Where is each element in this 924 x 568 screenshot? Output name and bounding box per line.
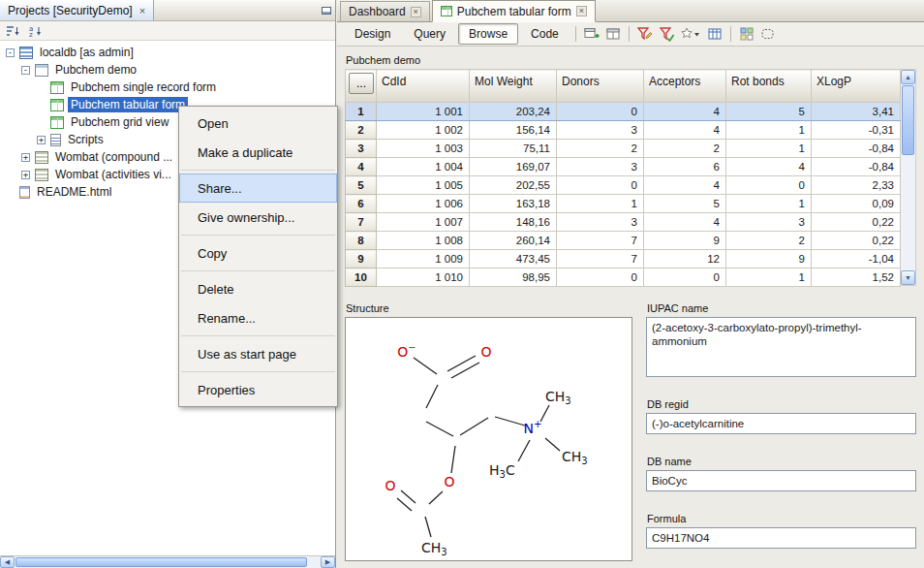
cell-rot-bonds-row-5[interactable]: 0 bbox=[726, 176, 812, 195]
scroll-left-button[interactable]: ◀ bbox=[0, 556, 15, 568]
menu-item-give-ownership[interactable]: Give ownership... bbox=[179, 203, 337, 232]
cell-mol-weight-row-10[interactable]: 98,95 bbox=[470, 268, 557, 287]
cell-acceptors-row-4[interactable]: 6 bbox=[644, 158, 726, 176]
menu-item-make-a-duplicate[interactable]: Make a duplicate bbox=[179, 138, 337, 167]
scroll-up-button[interactable]: ▲ bbox=[901, 70, 915, 84]
cell-mol-weight-row-9[interactable]: 473,45 bbox=[470, 250, 557, 268]
table-row-1[interactable]: 11 001203,240453,41 bbox=[346, 103, 901, 121]
lasso-select-icon[interactable] bbox=[757, 24, 779, 44]
cell-acceptors-row-2[interactable]: 4 bbox=[644, 121, 726, 140]
cell-xlogp-row-2[interactable]: -0,31 bbox=[812, 121, 901, 140]
tree-item-pubchem-single-record-form[interactable]: Pubchem single record form bbox=[0, 79, 335, 96]
cell-xlogp-row-5[interactable]: 2,33 bbox=[812, 176, 901, 195]
cell-cdid-row-10[interactable]: 1 010 bbox=[377, 268, 470, 287]
cell-cdid-row-5[interactable]: 1 005 bbox=[377, 176, 470, 195]
table-row-8[interactable]: 81 008260,147920,22 bbox=[346, 232, 901, 250]
column-options-button[interactable]: ... bbox=[349, 73, 374, 94]
menu-item-share[interactable]: Share... bbox=[179, 174, 337, 203]
table-row-6[interactable]: 61 006163,181510,09 bbox=[346, 195, 901, 213]
field-input-iupac-name[interactable]: (2-acetoxy-3-carboxylato-propyl)-trimeth… bbox=[646, 317, 916, 377]
tree-expander-icon[interactable]: + bbox=[37, 136, 46, 144]
column-header-rot-bonds[interactable]: Rot bonds bbox=[726, 70, 812, 103]
cell-rot-bonds-row-4[interactable]: 4 bbox=[726, 158, 812, 176]
cell-acceptors-row-10[interactable]: 0 bbox=[644, 268, 726, 287]
tab-pubchem-tabular-form[interactable]: Pubchem tabular form× bbox=[432, 0, 596, 22]
add-form-widget-icon[interactable] bbox=[581, 24, 602, 44]
cell-mol-weight-row-7[interactable]: 148,16 bbox=[470, 213, 557, 232]
menu-item-rename[interactable]: Rename... bbox=[179, 303, 337, 332]
code-button[interactable]: Code bbox=[520, 23, 570, 45]
tree-expander-icon[interactable]: + bbox=[21, 153, 30, 162]
cell-rot-bonds-row-2[interactable]: 1 bbox=[726, 121, 812, 140]
column-header-cdid[interactable]: CdId bbox=[377, 70, 470, 103]
cell-donors-row-3[interactable]: 2 bbox=[557, 140, 644, 158]
cell-xlogp-row-1[interactable]: 3,41 bbox=[812, 103, 901, 121]
projects-panel-tab[interactable]: Projects [SecurityDemo] × bbox=[0, 0, 154, 20]
cell-cdid-row-4[interactable]: 1 004 bbox=[377, 158, 470, 176]
cell-mol-weight-row-5[interactable]: 202,55 bbox=[470, 176, 557, 195]
sort-ascending-icon[interactable] bbox=[4, 23, 23, 39]
edit-query-icon[interactable] bbox=[634, 24, 656, 44]
cell-cdid-row-3[interactable]: 1 003 bbox=[377, 140, 470, 158]
cell-xlogp-row-4[interactable]: -0,84 bbox=[812, 158, 901, 176]
cell-acceptors-row-5[interactable]: 4 bbox=[644, 176, 726, 195]
cell-cdid-row-9[interactable]: 1 009 bbox=[377, 250, 470, 268]
cell-xlogp-row-7[interactable]: 0,22 bbox=[812, 213, 901, 232]
cell-mol-weight-row-6[interactable]: 163,18 bbox=[470, 195, 557, 213]
column-header-xlogp[interactable]: XLogP bbox=[812, 70, 901, 103]
browse-button[interactable]: Browse bbox=[458, 23, 518, 45]
field-input-formula[interactable]: C9H17NO4 bbox=[646, 527, 916, 549]
column-header-acceptors[interactable]: Acceptors bbox=[644, 70, 726, 103]
tree-expander-icon[interactable]: - bbox=[6, 48, 15, 57]
scrollbar-track[interactable] bbox=[901, 84, 915, 270]
minimize-panel-button[interactable] bbox=[318, 0, 335, 20]
cell-cdid-row-6[interactable]: 1 006 bbox=[377, 195, 470, 213]
cell-xlogp-row-3[interactable]: -0,84 bbox=[812, 140, 901, 158]
cell-mol-weight-row-1[interactable]: 203,24 bbox=[470, 103, 557, 121]
cell-rot-bonds-row-3[interactable]: 1 bbox=[726, 140, 812, 158]
field-input-db-regid[interactable]: (-)o-acetylcarnitine bbox=[646, 413, 916, 434]
table-row-7[interactable]: 71 007148,163430,22 bbox=[346, 213, 901, 232]
cell-rot-bonds-row-7[interactable]: 3 bbox=[726, 213, 812, 232]
cell-donors-row-10[interactable]: 0 bbox=[557, 268, 644, 287]
cell-donors-row-1[interactable]: 0 bbox=[557, 103, 644, 121]
cell-xlogp-row-6[interactable]: 0,09 bbox=[812, 195, 901, 213]
cell-donors-row-5[interactable]: 0 bbox=[557, 176, 644, 195]
tree-expander-icon[interactable]: + bbox=[21, 171, 30, 179]
sort-alphabetical-icon[interactable]: az bbox=[26, 23, 46, 39]
close-tab-icon[interactable]: × bbox=[411, 7, 421, 17]
cell-cdid-row-2[interactable]: 1 002 bbox=[377, 121, 470, 140]
field-input-db-name[interactable]: BioCyc bbox=[646, 470, 916, 491]
cell-acceptors-row-9[interactable]: 12 bbox=[644, 250, 726, 268]
cell-donors-row-2[interactable]: 3 bbox=[557, 121, 644, 140]
table-row-2[interactable]: 21 002156,14341-0,31 bbox=[346, 121, 901, 140]
grid-view-icon[interactable] bbox=[736, 24, 757, 44]
scrollbar-thumb[interactable] bbox=[15, 557, 307, 567]
scrollbar-thumb[interactable] bbox=[902, 85, 914, 155]
cell-acceptors-row-3[interactable]: 2 bbox=[644, 140, 726, 158]
close-tab-icon[interactable]: × bbox=[576, 6, 587, 16]
cell-mol-weight-row-8[interactable]: 260,14 bbox=[470, 232, 557, 250]
tab-dashboard[interactable]: Dashboard× bbox=[340, 1, 430, 21]
cell-cdid-row-1[interactable]: 1 001 bbox=[377, 103, 470, 121]
projects-horizontal-scrollbar[interactable]: ◀ ▶ bbox=[0, 555, 335, 568]
column-header-mol-weight[interactable]: Mol Weight bbox=[470, 70, 557, 103]
scroll-right-button[interactable]: ▶ bbox=[321, 556, 335, 568]
cell-xlogp-row-8[interactable]: 0,22 bbox=[812, 232, 901, 250]
cell-acceptors-row-6[interactable]: 5 bbox=[644, 195, 726, 213]
table-vertical-scrollbar[interactable]: ▲ ▼ bbox=[901, 69, 916, 286]
cell-xlogp-row-10[interactable]: 1,52 bbox=[812, 268, 901, 287]
cell-mol-weight-row-4[interactable]: 169,07 bbox=[470, 158, 557, 176]
menu-item-use-as-start-page[interactable]: Use as start page bbox=[179, 339, 337, 368]
cell-mol-weight-row-2[interactable]: 156,14 bbox=[470, 121, 557, 140]
cell-donors-row-6[interactable]: 1 bbox=[557, 195, 644, 213]
column-header-donors[interactable]: Donors bbox=[557, 70, 644, 103]
cell-rot-bonds-row-8[interactable]: 2 bbox=[726, 232, 812, 250]
cell-donors-row-4[interactable]: 3 bbox=[557, 158, 644, 176]
tree-item-localdb-as-admin[interactable]: -localdb [as admin] bbox=[0, 44, 335, 61]
table-view-icon[interactable] bbox=[704, 24, 725, 44]
cell-acceptors-row-7[interactable]: 4 bbox=[644, 213, 726, 232]
run-query-icon[interactable] bbox=[656, 24, 677, 44]
cell-cdid-row-7[interactable]: 1 007 bbox=[377, 213, 470, 232]
close-panel-icon[interactable]: × bbox=[139, 6, 145, 16]
